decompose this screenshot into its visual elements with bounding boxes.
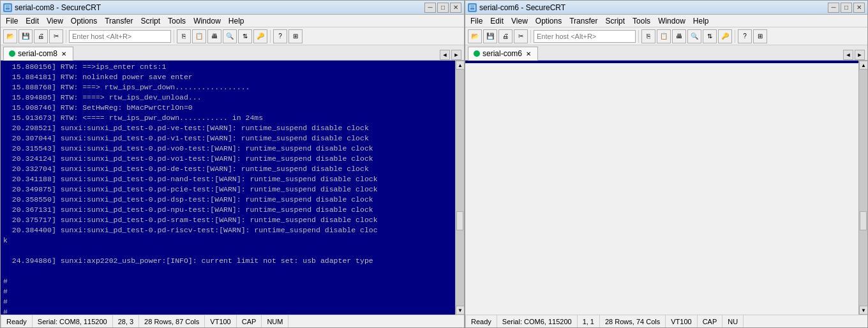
right-window-title: serial-com6 - SecureCRT <box>479 3 565 12</box>
left-tab-label: serial-com8 <box>18 49 57 58</box>
right-title-controls: ─ □ ✕ <box>828 3 865 13</box>
log-line: 15.913673] RTW: <==== rtw_ips_pwr_down..… <box>3 113 461 123</box>
right-tab-close[interactable]: ✕ <box>525 50 532 57</box>
right-menu-script[interactable]: Script <box>601 15 629 27</box>
left-tab-status-dot <box>9 50 15 57</box>
left-tab-prev[interactable]: ◄ <box>440 50 450 60</box>
right-tb-key[interactable]: 🔑 <box>718 29 732 43</box>
right-tab-com6[interactable]: serial-com6 ✕ <box>468 47 538 61</box>
left-tb-btn1[interactable]: 📂 <box>3 29 17 43</box>
right-scroll-down[interactable]: ▼ <box>859 306 867 315</box>
right-tab-bar: serial-com6 ✕ ◄ ► <box>465 45 867 61</box>
left-menu-edit[interactable]: Edit <box>22 15 43 27</box>
right-app-icon <box>468 3 477 12</box>
left-tb-misc[interactable]: ⊞ <box>288 29 303 43</box>
right-menu-transfer[interactable]: Transfer <box>565 15 601 27</box>
right-menu-edit[interactable]: Edit <box>486 15 507 27</box>
right-menu-view[interactable]: View <box>507 15 532 27</box>
log-line: # <box>3 287 461 297</box>
right-menu-tools[interactable]: Tools <box>629 15 654 27</box>
log-line: # <box>3 307 461 315</box>
right-minimize-btn[interactable]: ─ <box>828 3 839 13</box>
left-tab-com8[interactable]: serial-com8 ✕ <box>3 47 73 61</box>
left-menu-transfer[interactable]: Transfer <box>101 15 137 27</box>
right-tb-sftp[interactable]: ⇅ <box>703 29 717 43</box>
right-tab-prev[interactable]: ◄ <box>843 50 853 60</box>
log-line: # <box>3 276 461 287</box>
left-tb-btn3[interactable]: 🖨 <box>34 29 48 43</box>
left-scrollbar[interactable]: ▲ ▼ <box>455 61 464 315</box>
right-tab-next[interactable]: ► <box>855 50 865 60</box>
left-tab-nav: ◄ ► <box>440 50 461 60</box>
log-line: 20.375717] sunxi:sunxi_pd_test-0.pd-sram… <box>3 215 461 225</box>
left-tab-next[interactable]: ► <box>451 50 461 60</box>
left-minimize-btn[interactable]: ─ <box>424 3 436 13</box>
right-tb-misc[interactable]: ⊞ <box>753 29 767 43</box>
left-status-num: NUM <box>262 315 288 327</box>
left-host-input[interactable] <box>69 30 171 43</box>
right-scroll-track[interactable] <box>859 70 867 306</box>
right-tb-btn2[interactable]: 💾 <box>483 29 497 43</box>
log-line: 20.298521] sunxi:sunxi_pd_test-0.pd-ve-t… <box>3 123 461 133</box>
right-menu-help[interactable]: Help <box>689 15 713 27</box>
left-toolbar: 📂 💾 🖨 ✂ ⎘ 📋 🖶 🔍 ⇅ 🔑 ? ⊞ <box>1 27 464 45</box>
right-terminal[interactable] <box>465 61 867 63</box>
left-menu-view[interactable]: View <box>43 15 67 27</box>
left-scroll-up[interactable]: ▲ <box>456 61 464 70</box>
right-status-dims: 28 Rows, 74 Cols <box>600 315 666 327</box>
left-menu-help[interactable]: Help <box>225 15 248 27</box>
right-tb-copy[interactable]: ⎘ <box>641 29 655 43</box>
log-line <box>3 246 461 256</box>
left-tb-btn2[interactable]: 💾 <box>19 29 33 43</box>
log-line: 15.880156] RTW: ==>ips_enter cnts:1 <box>3 62 461 72</box>
left-tb-help[interactable]: ? <box>273 29 287 43</box>
left-window-title: serial-com8 - SecureCRT <box>15 3 101 12</box>
right-tb-find[interactable]: 🔍 <box>687 29 701 43</box>
right-scroll-thumb[interactable] <box>860 211 867 230</box>
left-menu-file[interactable]: File <box>2 15 22 27</box>
log-line: k <box>3 235 461 246</box>
right-close-btn[interactable]: ✕ <box>853 3 865 13</box>
left-terminal[interactable]: 15.880156] RTW: ==>ips_enter cnts:1 15.8… <box>1 61 464 315</box>
left-maximize-btn[interactable]: □ <box>437 3 449 13</box>
left-tb-copy[interactable]: ⎘ <box>177 29 191 43</box>
left-menu-script[interactable]: Script <box>137 15 164 27</box>
left-scroll-down[interactable]: ▼ <box>456 306 464 315</box>
right-tb-paste[interactable]: 📋 <box>657 29 671 43</box>
right-status-ready: Ready <box>465 315 497 327</box>
left-menu-window[interactable]: Window <box>190 15 225 27</box>
right-status-position: 1, 1 <box>578 315 600 327</box>
left-title-controls: ─ □ ✕ <box>424 3 461 13</box>
left-tab-close[interactable]: ✕ <box>60 50 68 57</box>
left-tb-print[interactable]: 🖶 <box>207 29 221 43</box>
left-content-scroll: 15.880156] RTW: ==>ips_enter cnts:1 15.8… <box>1 61 464 315</box>
left-tb-sftp[interactable]: ⇅ <box>238 29 252 43</box>
right-tb-btn1[interactable]: 📂 <box>468 29 482 43</box>
log-line: 20.349875] sunxi:sunxi_pd_test-0.pd-pcie… <box>3 184 461 195</box>
left-tab-bar: serial-com8 ✕ ◄ ► <box>1 45 464 61</box>
right-menu-window[interactable]: Window <box>654 15 689 27</box>
left-menu-options[interactable]: Options <box>67 15 101 27</box>
left-tb-btn4[interactable]: ✂ <box>49 29 63 43</box>
left-tb-find[interactable]: 🔍 <box>223 29 237 43</box>
left-tb-key[interactable]: 🔑 <box>253 29 267 43</box>
right-scrollbar[interactable]: ▲ ▼ <box>858 61 867 315</box>
left-menu-tools[interactable]: Tools <box>164 15 190 27</box>
right-menu-file[interactable]: File <box>467 15 486 27</box>
right-scroll-up[interactable]: ▲ <box>859 61 867 70</box>
right-tb-btn4[interactable]: ✂ <box>514 29 528 43</box>
right-tb-help[interactable]: ? <box>738 29 752 43</box>
right-tb-btn3[interactable]: 🖨 <box>498 29 513 43</box>
log-line: 20.315543] sunxi:sunxi_pd_test-0.pd-vo0-… <box>3 144 461 154</box>
left-status-position: 28, 3 <box>113 315 139 327</box>
right-host-input[interactable] <box>534 30 636 43</box>
left-scroll-thumb[interactable] <box>456 211 463 230</box>
left-tb-paste[interactable]: 📋 <box>192 29 206 43</box>
right-maximize-btn[interactable]: □ <box>841 3 852 13</box>
left-scroll-track[interactable] <box>456 70 464 306</box>
left-close-btn[interactable]: ✕ <box>450 3 461 13</box>
right-menu-options[interactable]: Options <box>532 15 565 27</box>
right-tb-sep1 <box>530 30 531 43</box>
log-line: 20.384400] sunxi:sunxi_pd_test-0.pd-risc… <box>3 225 461 235</box>
right-tb-print[interactable]: 🖶 <box>672 29 686 43</box>
